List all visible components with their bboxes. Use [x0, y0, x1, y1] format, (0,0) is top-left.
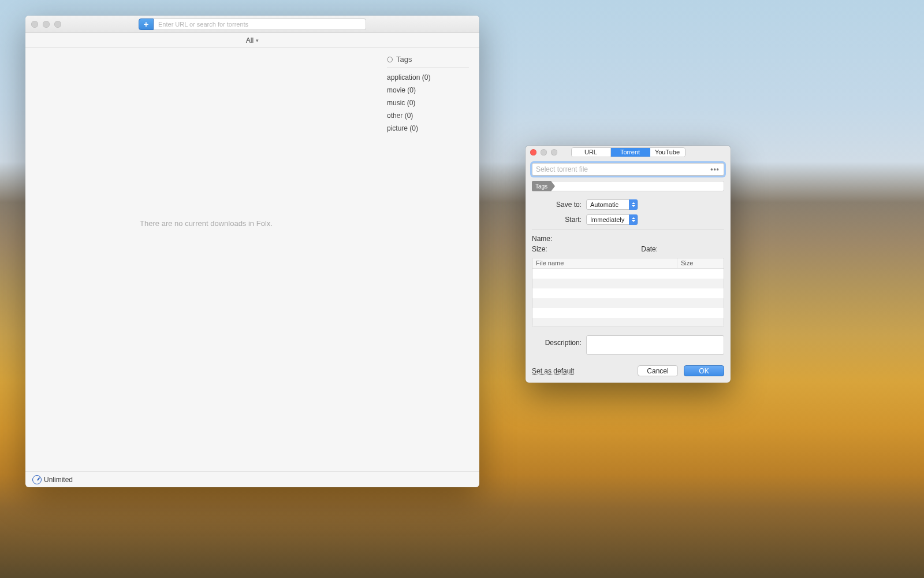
- tags-header-label: Tags: [396, 55, 412, 64]
- description-input[interactable]: [586, 335, 724, 355]
- save-to-select[interactable]: Automatic: [586, 199, 638, 210]
- tag-item-music[interactable]: music (0): [387, 99, 469, 107]
- main-traffic-lights: [31, 21, 61, 28]
- main-body: There are no current downloads in Folx. …: [25, 48, 479, 471]
- status-bar: Unlimited: [25, 471, 479, 487]
- table-row: [532, 308, 724, 318]
- segment-youtube[interactable]: YouTube: [650, 148, 685, 157]
- desktop-background: + All ▾ There are no current downloads i…: [0, 0, 924, 578]
- empty-state-message: There are no current downloads in Folx.: [25, 219, 387, 228]
- divider: [532, 229, 724, 230]
- tags-field[interactable]: Tags: [532, 181, 724, 191]
- status-label: Unlimited: [44, 476, 73, 484]
- filter-label: All: [246, 36, 254, 45]
- tag-item-movie[interactable]: movie (0): [387, 86, 469, 94]
- stepper-icon: [629, 214, 638, 225]
- table-row: [532, 288, 724, 298]
- description-label: Description:: [532, 335, 586, 347]
- tag-list: application (0) movie (0) music (0) othe…: [387, 73, 469, 132]
- table-row: [532, 269, 724, 279]
- speed-gauge-icon[interactable]: [32, 475, 42, 484]
- dialog-minimize-dot: [541, 149, 547, 155]
- file-table-header: File name Size: [532, 258, 724, 269]
- chevron-down-icon: ▾: [256, 38, 259, 43]
- start-value: Immediately: [590, 216, 624, 223]
- source-segmented-control: URL Torrent YouTube: [571, 147, 685, 157]
- date-label: Date:: [641, 245, 658, 253]
- table-row: [532, 298, 724, 308]
- torrent-file-input[interactable]: [536, 165, 709, 173]
- dialog-body: ••• Tags Save to: Automatic Start: Immed…: [526, 158, 731, 383]
- minimize-dot[interactable]: [43, 21, 50, 28]
- filter-bar[interactable]: All ▾: [25, 33, 479, 48]
- downloads-area: There are no current downloads in Folx.: [25, 48, 387, 471]
- tags-chip: Tags: [532, 181, 551, 191]
- set-as-default-link[interactable]: Set as default: [532, 367, 574, 375]
- column-size[interactable]: Size: [677, 258, 724, 268]
- save-to-row: Save to: Automatic: [532, 199, 724, 210]
- tag-item-application[interactable]: application (0): [387, 73, 469, 81]
- options-section: Save to: Automatic Start: Immediately: [532, 199, 724, 225]
- ok-button[interactable]: OK: [684, 365, 724, 376]
- segment-url[interactable]: URL: [572, 148, 611, 157]
- search-input[interactable]: [154, 18, 366, 30]
- close-dot[interactable]: [31, 21, 38, 28]
- tags-header: Tags: [387, 55, 469, 68]
- name-label: Name:: [532, 235, 552, 243]
- file-table-body: [532, 269, 724, 327]
- save-to-label: Save to:: [532, 201, 586, 209]
- main-window: + All ▾ There are no current downloads i…: [25, 16, 479, 487]
- file-table: File name Size: [532, 258, 724, 327]
- new-task-dialog: URL Torrent YouTube ••• Tags Save to: Au…: [526, 146, 731, 383]
- name-row: Name:: [532, 235, 724, 243]
- dialog-traffic-lights: [530, 149, 557, 155]
- segment-torrent[interactable]: Torrent: [611, 148, 650, 157]
- start-row: Start: Immediately: [532, 214, 724, 225]
- stepper-icon: [629, 199, 638, 210]
- table-row: [532, 279, 724, 288]
- dialog-close-dot[interactable]: [530, 149, 536, 155]
- dialog-titlebar: URL Torrent YouTube: [526, 146, 731, 158]
- table-row: [532, 318, 724, 327]
- toolbar-center: +: [139, 18, 366, 30]
- start-select[interactable]: Immediately: [586, 214, 638, 225]
- size-label: Size:: [532, 245, 547, 253]
- zoom-dot[interactable]: [54, 21, 61, 28]
- main-titlebar: +: [25, 16, 479, 33]
- description-row: Description:: [532, 335, 724, 355]
- tag-item-picture[interactable]: picture (0): [387, 124, 469, 132]
- size-date-row: Size: Date:: [532, 245, 724, 253]
- tags-sidebar: Tags application (0) movie (0) music (0)…: [387, 48, 479, 471]
- torrent-file-field[interactable]: •••: [532, 163, 724, 176]
- dialog-zoom-dot: [551, 149, 557, 155]
- add-button[interactable]: +: [139, 18, 154, 30]
- cancel-button[interactable]: Cancel: [638, 365, 678, 376]
- start-label: Start:: [532, 216, 586, 224]
- browse-button[interactable]: •••: [709, 165, 721, 173]
- save-to-value: Automatic: [590, 201, 619, 208]
- column-filename[interactable]: File name: [532, 258, 677, 268]
- tag-icon: [387, 57, 393, 62]
- tag-item-other[interactable]: other (0): [387, 112, 469, 120]
- dialog-footer: Set as default Cancel OK: [532, 365, 724, 376]
